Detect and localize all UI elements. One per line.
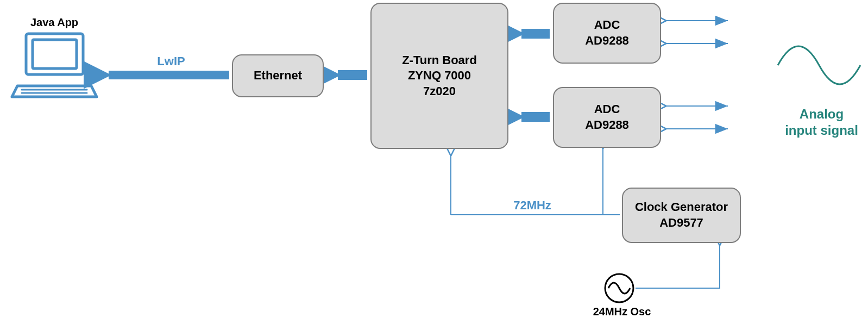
zturn-box: Z-Turn Board ZYNQ 7000 7z020 (370, 3, 508, 149)
adc-bot-l1: ADC (594, 102, 620, 117)
adc-top-l2: AD9288 (585, 33, 629, 49)
adc-top-box: ADC AD9288 (553, 3, 661, 64)
svg-rect-1 (33, 40, 77, 69)
analog-label: Analog input signal (777, 106, 866, 139)
zturn-l1: Z-Turn Board (402, 53, 477, 69)
analog-l2: input signal (785, 123, 858, 138)
ethernet-text: Ethernet (254, 68, 302, 84)
adc-top-l1: ADC (594, 17, 620, 33)
lwip-label: LwIP (149, 54, 193, 69)
laptop-icon (12, 34, 97, 97)
adc-bot-l2: AD9288 (585, 117, 629, 133)
osc-24-label: 24MHz Osc (589, 306, 655, 318)
clkgen-l2: AD9577 (659, 215, 703, 231)
adc-bot-box: ADC AD9288 (553, 87, 661, 148)
oscillator-icon (605, 274, 633, 302)
sine-wave-icon (778, 46, 860, 84)
clk-72-label: 72MHz (508, 198, 557, 213)
java-app-label: Java App (27, 16, 81, 29)
osc-to-clkgen (636, 245, 720, 288)
analog-l1: Analog (800, 107, 844, 121)
svg-point-4 (605, 274, 633, 302)
clkgen-box: Clock Generator AD9577 (622, 188, 741, 243)
svg-rect-0 (26, 34, 83, 74)
zturn-l2: ZYNQ 7000 (408, 68, 471, 84)
zturn-l3: 7z020 (423, 84, 456, 99)
clkgen-l1: Clock Generator (635, 200, 728, 215)
ethernet-box: Ethernet (232, 54, 324, 97)
